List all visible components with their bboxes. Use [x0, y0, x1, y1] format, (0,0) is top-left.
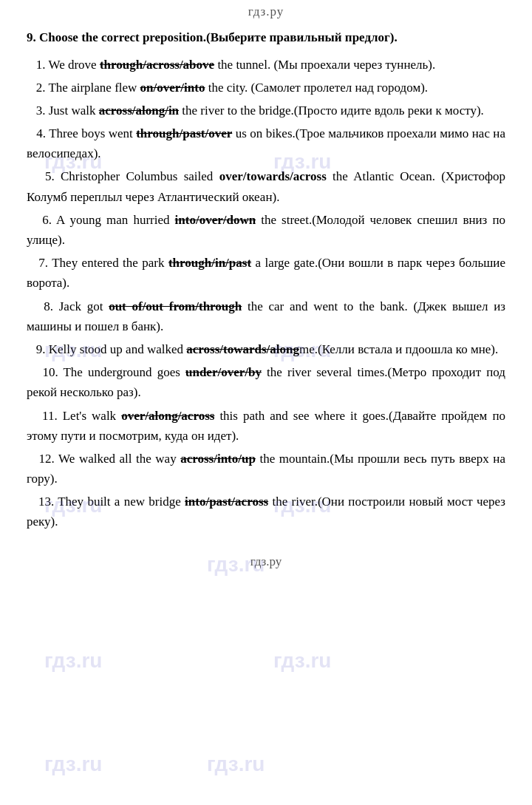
- item-3-before: Just walk: [49, 103, 99, 118]
- item-8-num: 8.: [27, 299, 53, 313]
- item-3-num: 3.: [27, 103, 46, 118]
- item-10-num: 10.: [27, 365, 58, 379]
- task-heading: 9. Choose the correct preposition.(Выбер…: [27, 28, 505, 47]
- item-1-num: 1.: [27, 58, 46, 72]
- item-9-answer: across/towards/along: [186, 342, 299, 356]
- exercise-item-5: 5. Christopher Columbus sailed over/towa…: [27, 166, 505, 206]
- item-13-answer: into/past/across: [185, 495, 268, 509]
- item-4-num: 4.: [27, 126, 46, 140]
- item-8-answer: out of/out from/through: [109, 299, 242, 313]
- item-12-answer: across/into/up: [180, 452, 256, 466]
- exercise-item-13: 13. They built a new bridge into/past/ac…: [27, 492, 505, 531]
- exercise-item-1: 1. We drove through/across/above the tun…: [27, 55, 505, 75]
- item-6-num: 6.: [27, 213, 52, 227]
- item-5-before: Christopher Columbus sailed: [61, 169, 219, 183]
- item-8-before: Jack got: [59, 299, 109, 313]
- exercise-item-11: 11. Let's walk over/along/across this pa…: [27, 406, 505, 446]
- exercise-item-9: 9. Kelly stood up and walked across/towa…: [27, 339, 505, 359]
- item-13-num: 13.: [27, 495, 54, 509]
- item-11-answer: over/along/across: [121, 409, 214, 423]
- main-content: гдз.ru гдз.ru гдз.ru гдз.ru гдз.ru гдз.r…: [0, 21, 532, 591]
- watermark-10: гдз.ru: [207, 753, 265, 776]
- exercise-item-6: 6. A young man hurried into/over/down th…: [27, 210, 505, 250]
- item-10-answer: under/over/by: [185, 365, 262, 379]
- watermark-9: гдз.ru: [44, 753, 102, 776]
- item-11-before: Let's walk: [63, 409, 121, 423]
- item-1-answer: through/across/above: [100, 58, 214, 72]
- exercise-item-3: 3. Just walk across/along/in the river t…: [27, 101, 505, 120]
- item-9-after: me.(Келли встала и пдоошла ко мне).: [299, 342, 498, 356]
- item-5-answer: over/towards/across: [219, 169, 327, 183]
- site-footer: гдз.ру: [27, 554, 505, 569]
- task-text: Choose the correct preposition.(Выберите…: [39, 30, 398, 44]
- item-7-answer: through/in/past: [168, 256, 251, 270]
- item-2-answer: on/over/into: [140, 81, 205, 95]
- item-7-before: They entered the park: [52, 256, 168, 270]
- exercise-item-4: 4. Three boys went through/past/over us …: [27, 123, 505, 163]
- item-9-num: 9.: [27, 342, 46, 356]
- item-2-after: the city. (Самолет пролетел над городом)…: [205, 81, 428, 95]
- item-5-num: 5.: [27, 169, 55, 183]
- item-10-before: The underground goes: [63, 365, 185, 379]
- item-2-before: The airplane flew: [48, 81, 140, 95]
- item-11-num: 11.: [27, 409, 58, 423]
- item-7-num: 7.: [27, 256, 48, 270]
- watermark-7: гдз.ru: [44, 649, 102, 673]
- exercise-item-10: 10. The underground goes under/over/by t…: [27, 362, 505, 402]
- item-12-before: We walked all the way: [58, 452, 180, 466]
- exercise-item-12: 12. We walked all the way across/into/up…: [27, 449, 505, 489]
- item-3-after: the river to the bridge.(Просто идите вд…: [179, 103, 484, 118]
- item-12-num: 12.: [27, 452, 55, 466]
- site-header: гдз.ру: [0, 0, 532, 21]
- exercise-item-2: 2. The airplane flew on/over/into the ci…: [27, 78, 505, 98]
- item-13-before: They built a new bridge: [58, 495, 185, 509]
- item-1-after: the tunnel. (Мы проехали через туннель).: [214, 58, 435, 72]
- task-number: 9.: [27, 30, 36, 44]
- item-1-before: We drove: [48, 58, 99, 72]
- watermark-8: гдз.ru: [273, 649, 331, 673]
- item-3-answer: across/along/in: [99, 103, 179, 118]
- exercise-item-8: 8. Jack got out of/out from/through the …: [27, 296, 505, 336]
- item-4-before: Three boys went: [49, 126, 136, 140]
- item-2-num: 2.: [27, 81, 46, 95]
- item-9-before: Kelly stood up and walked: [49, 342, 187, 356]
- item-4-answer: through/past/over: [136, 126, 232, 140]
- item-6-answer: into/over/down: [175, 213, 256, 227]
- exercise-item-7: 7. They entered the park through/in/past…: [27, 253, 505, 293]
- item-6-before: A young man hurried: [56, 213, 174, 227]
